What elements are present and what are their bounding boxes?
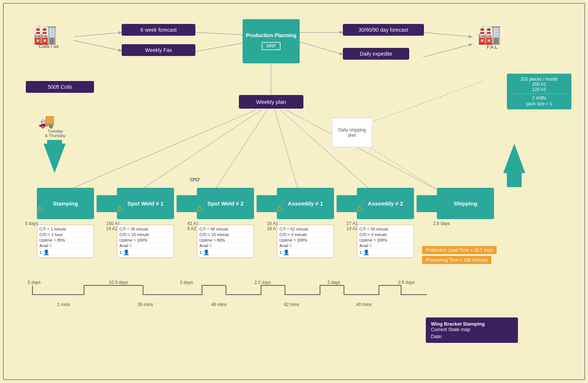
a2-avail: Avail = — [359, 243, 411, 249]
a1-co: C/O = 0 minute — [279, 232, 331, 238]
timeline-mins-3: 62 mins — [284, 302, 299, 307]
forecast-30-box: 30/60/90 day forecast — [343, 24, 424, 36]
sw2-workers: 1 👤 — [199, 249, 251, 256]
stamping-info-card: C/T = 1 minute C/O = 1 hour Uptime = 85%… — [37, 225, 94, 258]
arrow-4-5 — [337, 195, 357, 212]
weekly-plan-box: Weekly plan — [239, 95, 303, 109]
arrow-3-4 — [257, 195, 277, 212]
a2-uptime: Uptime = 100% — [359, 238, 411, 243]
assembly1-label: Assembly # 1 — [288, 200, 323, 207]
svg-line-4 — [195, 32, 247, 35]
weekly-fax-box: Weekly Fax — [122, 44, 195, 56]
a1-avail: Avail = — [279, 243, 331, 249]
truck-icon: 🚚 — [38, 113, 55, 129]
svg-line-8 — [423, 32, 472, 37]
timeline-days-4: 3 days — [327, 280, 340, 285]
footer-title: Wing Bracket Stamping — [431, 321, 513, 327]
svg-line-3 — [74, 41, 122, 51]
stamping-warning: ⚠ — [36, 204, 44, 214]
sw2-avail: Avail = — [199, 243, 251, 249]
sw1-avail: Avail = — [119, 243, 171, 249]
timeline-mins-2: 46 mins — [211, 302, 227, 307]
svg-line-14 — [275, 110, 299, 192]
shipping-station: Shipping — [437, 188, 494, 219]
customer-up-arrow — [503, 144, 525, 173]
footer-date: Date: — [431, 334, 513, 339]
a1-ct: C/T = 62 minute — [279, 226, 331, 232]
timeline-days-3: 2.2 days — [254, 280, 271, 285]
customer-pieces: 320 pieces / month 200 A1 120 A2 — [511, 77, 567, 92]
spotweld2-label: Spot Weld # 2 — [207, 200, 243, 207]
sw1-uptime: Uptime = 100% — [119, 238, 171, 243]
customer-label: F.A.L — [477, 44, 507, 50]
spotweld1-warning: ⚠ — [116, 204, 123, 214]
assembly2-station: Assembly # 2 — [357, 188, 414, 219]
svg-line-9 — [423, 44, 472, 57]
sw1-co: C/O = 10 minute — [119, 232, 171, 238]
stamping-station: Stamping — [37, 188, 94, 219]
assembly1-warning: ⚠ — [276, 204, 283, 214]
forecast-6week-box: 6 week forecast — [122, 24, 195, 36]
timeline-mins-4: 40 mins — [356, 302, 372, 307]
footer-legend: Wing Bracket Stamping Current State map … — [426, 317, 518, 343]
daily-shipping-plan-label: Daily shipping plan — [334, 127, 370, 138]
spotweld1-station: Spot Weld # 1 — [117, 188, 174, 219]
shipping-label: Shipping — [453, 200, 477, 207]
arrow-1-2 — [97, 195, 117, 212]
timeline-days-1: 10.9 days — [109, 280, 128, 285]
svg-line-7 — [295, 41, 343, 55]
sw1-ct: C/T = 39 minute — [119, 226, 171, 232]
assembly2-inventory: 27 A1 14 A2 — [347, 221, 358, 231]
timeline-days-0: 5 days — [28, 280, 41, 285]
svg-line-11 — [65, 110, 256, 192]
sw2-co: C/O = 10 minute — [199, 232, 251, 238]
stamping-label: Stamping — [53, 200, 78, 207]
customer-factory-icon: 🏭 — [477, 23, 501, 45]
customer-packsize: pack size = 1 — [511, 101, 567, 106]
customer-info-box: 320 pieces / month 200 A1 120 A2 2 shift… — [507, 74, 571, 109]
stamping-inventory: 5 days — [25, 221, 38, 226]
supplier-label: Coils r us — [30, 43, 67, 49]
arrow-5-6 — [417, 195, 437, 212]
processing-time-badge: Processing Time = 188 minutes — [422, 256, 491, 264]
spotweld2-warning: ⚠ — [196, 204, 203, 214]
truck-label: Tuesday & Thursday — [33, 129, 77, 138]
timeline-container — [25, 280, 431, 302]
timeline-days-5: 2.6 days — [398, 280, 415, 285]
stamping-ct: C/T = 1 minute — [39, 226, 91, 232]
daily-shipping-plan-box: Daily shipping plan — [332, 118, 372, 147]
shipping-inventory: 2.6 days — [433, 221, 450, 226]
coils-box: 500ft Coils — [26, 81, 94, 93]
lead-time-badge: Production Lead Time = 26.7 days — [422, 246, 497, 254]
svg-line-5 — [195, 42, 247, 52]
supplier-factory-icon: 🏭 — [33, 23, 57, 45]
stamping-uptime: Uptime = 85% — [39, 238, 91, 243]
a2-co: C/O = 0 minute — [359, 232, 411, 238]
assembly1-station: Assembly # 1 — [277, 188, 334, 219]
production-planning-label: Production Planning — [246, 32, 296, 38]
supplier-down-arrow-body — [47, 140, 62, 151]
spotweld2-station: Spot Weld # 2 — [197, 188, 254, 219]
a2-workers: 1 👤 — [359, 249, 411, 256]
spotweld1-label: Spot Weld # 1 — [127, 200, 163, 207]
sw2-uptime: Uptime = 80% — [199, 238, 251, 243]
arrow-2-3 — [177, 195, 197, 212]
timeline-mins-0: 1 mins — [57, 302, 70, 307]
timeline-days-2: 3 days — [180, 280, 193, 285]
stamping-co: C/O = 1 hour — [39, 232, 91, 238]
a1-workers: 1 👤 — [279, 249, 331, 256]
assembly2-label: Assembly # 2 — [368, 200, 403, 207]
daily-expedite-box: Daily expedite — [343, 48, 409, 60]
timeline-mins-1: 39 mins — [138, 302, 153, 307]
stamping-avail: Avail = — [39, 243, 91, 249]
sw1-workers: 1 👤 — [119, 249, 171, 256]
assembly2-info-card: C/T = 40 minute C/O = 0 minute Uptime = … — [357, 225, 414, 258]
spotweld1-info-card: C/T = 39 minute C/O = 10 minute Uptime =… — [117, 225, 174, 258]
glasses-icon: 👓 — [189, 175, 200, 185]
svg-line-13 — [214, 110, 267, 192]
spotweld2-info-card: C/T = 46 minute C/O = 10 minute Uptime =… — [197, 225, 254, 258]
stamping-workers: 1 👤 — [39, 249, 91, 256]
assembly2-warning: ⚠ — [356, 204, 363, 214]
footer-subtitle: Current State map — [431, 327, 513, 332]
assembly1-info-card: C/T = 62 minute C/O = 0 minute Uptime = … — [277, 225, 334, 258]
